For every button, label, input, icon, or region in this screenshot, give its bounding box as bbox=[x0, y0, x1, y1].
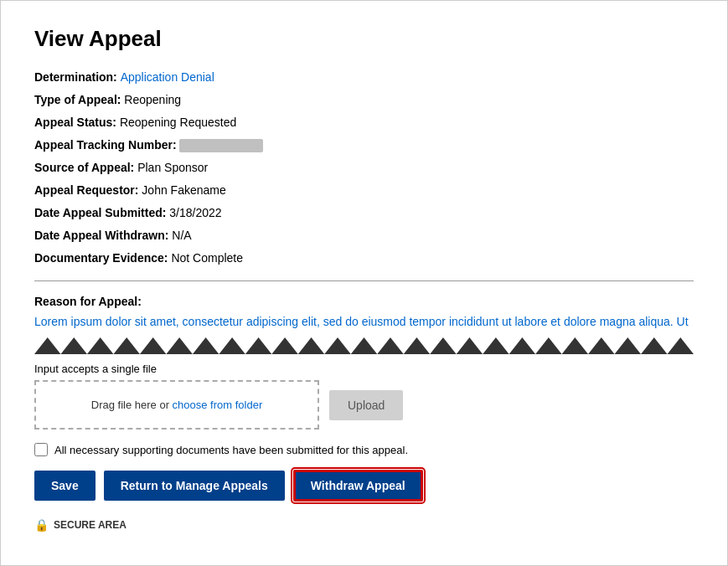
page-wrapper: View Appeal Determination: Application D… bbox=[0, 0, 728, 566]
return-to-manage-appeals-button[interactable]: Return to Manage Appeals bbox=[104, 471, 285, 501]
field-value-documentary-evidence: Not Complete bbox=[171, 251, 243, 265]
field-type-of-appeal: Type of Appeal: Reopening bbox=[34, 91, 694, 109]
drag-text: Drag file here or bbox=[91, 399, 173, 411]
field-label-appeal-status: Appeal Status: bbox=[34, 116, 120, 129]
reason-label: Reason for Appeal: bbox=[34, 295, 694, 308]
reason-section: Reason for Appeal: Lorem ipsum dolor sit… bbox=[34, 295, 694, 331]
save-button[interactable]: Save bbox=[34, 471, 96, 501]
field-label-date-withdrawn: Date Appeal Withdrawn: bbox=[34, 229, 172, 242]
field-label-type-of-appeal: Type of Appeal: bbox=[34, 93, 124, 106]
field-label-determination: Determination: bbox=[34, 70, 121, 84]
field-determination: Determination: Application Denial bbox=[34, 69, 694, 86]
field-label-tracking-number: Appeal Tracking Number: bbox=[34, 138, 179, 152]
upload-button[interactable]: Upload bbox=[329, 390, 403, 420]
field-value-determination: Application Denial bbox=[121, 70, 214, 84]
zigzag-bar bbox=[34, 337, 694, 354]
field-label-date-submitted: Date Appeal Submitted: bbox=[34, 206, 169, 219]
withdraw-appeal-button[interactable]: Withdraw Appeal bbox=[293, 470, 423, 502]
field-source-of-appeal: Source of Appeal: Plan Sponsor bbox=[34, 159, 694, 177]
lock-icon: 🔒 bbox=[34, 518, 49, 532]
page-title: View Appeal bbox=[34, 26, 694, 52]
docs-submitted-label: All necessary supporting documents have … bbox=[54, 444, 408, 456]
field-label-documentary-evidence: Documentary Evidence: bbox=[34, 251, 171, 265]
secure-area: 🔒 SECURE AREA bbox=[34, 518, 694, 532]
file-upload-area-wrapper: Drag file here or choose from folder Upl… bbox=[34, 380, 694, 430]
upload-section: Input accepts a single file Drag file he… bbox=[34, 363, 694, 430]
field-date-withdrawn: Date Appeal Withdrawn: N/A bbox=[34, 227, 694, 244]
field-value-date-submitted: 3/18/2022 bbox=[169, 206, 221, 219]
field-value-appeal-requestor: John Fakename bbox=[142, 183, 225, 197]
fields-section: Determination: Application Denial Type o… bbox=[34, 69, 694, 267]
input-accepts-label: Input accepts a single file bbox=[34, 363, 694, 375]
field-value-date-withdrawn: N/A bbox=[172, 229, 191, 242]
field-appeal-requestor: Appeal Requestor: John Fakename bbox=[34, 182, 694, 199]
secure-area-label: SECURE AREA bbox=[54, 519, 126, 531]
field-value-source-of-appeal: Plan Sponsor bbox=[137, 161, 208, 174]
field-appeal-status: Appeal Status: Reopening Requested bbox=[34, 114, 694, 131]
button-row: Save Return to Manage Appeals Withdraw A… bbox=[34, 470, 694, 502]
choose-from-folder-link[interactable]: choose from folder bbox=[173, 399, 263, 411]
field-date-submitted: Date Appeal Submitted: 3/18/2022 bbox=[34, 204, 694, 222]
checkbox-row: All necessary supporting documents have … bbox=[34, 443, 694, 456]
field-value-appeal-status: Reopening Requested bbox=[120, 116, 236, 129]
docs-submitted-checkbox[interactable] bbox=[34, 443, 48, 456]
field-tracking-number: Appeal Tracking Number: bbox=[34, 136, 694, 154]
reason-text: Lorem ipsum dolor sit amet, consectetur … bbox=[34, 313, 694, 331]
file-upload-dropzone[interactable]: Drag file here or choose from folder bbox=[34, 380, 319, 430]
divider bbox=[34, 280, 694, 281]
field-documentary-evidence: Documentary Evidence: Not Complete bbox=[34, 250, 694, 267]
field-value-type-of-appeal: Reopening bbox=[124, 93, 181, 106]
field-label-appeal-requestor: Appeal Requestor: bbox=[34, 183, 142, 197]
field-label-source-of-appeal: Source of Appeal: bbox=[34, 161, 137, 174]
field-value-tracking-number bbox=[179, 139, 263, 152]
